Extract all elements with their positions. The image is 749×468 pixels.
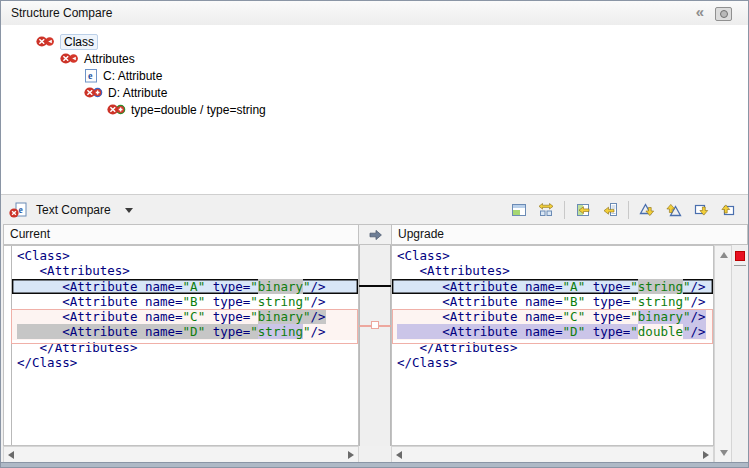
code-token: <Attribute name= — [17, 324, 183, 339]
selected-diff-connector — [359, 285, 391, 287]
tree-item-label: D: Attribute — [108, 86, 167, 100]
eattribute-icon: e — [84, 69, 98, 83]
right-vertical-scrollbar[interactable] — [714, 245, 732, 463]
collapse-all-icon[interactable]: « — [696, 3, 704, 20]
code-line: <Attributes> — [12, 263, 358, 278]
code-line: <Attribute name="A" type="string"/> — [392, 279, 713, 294]
previous-change-button[interactable] — [716, 198, 740, 222]
code-token: <Attributes> — [397, 263, 510, 278]
code-token: </Class> — [397, 355, 457, 370]
code-token: type= — [585, 324, 630, 339]
copy-all-right-to-left-icon — [575, 202, 591, 218]
scroll-down-icon[interactable] — [720, 450, 728, 456]
swap-left-right-icon — [538, 202, 554, 218]
view-menu-icon[interactable] — [715, 7, 732, 21]
next-difference-icon — [639, 202, 655, 218]
code-line: </Attributes> — [392, 340, 713, 355]
tree-item-class[interactable]: Class — [1, 33, 748, 50]
code-token: " — [683, 279, 691, 294]
text-compare-icon: e — [9, 202, 28, 219]
svg-text:e: e — [19, 205, 23, 215]
code-token: " — [250, 279, 258, 294]
tree-item-attributes[interactable]: Attributes — [1, 50, 748, 67]
scroll-left-icon[interactable] — [8, 451, 14, 459]
code-token: <Attribute name= — [17, 279, 183, 294]
scroll-right-icon[interactable] — [703, 451, 709, 459]
structure-compare-title: Structure Compare — [11, 6, 112, 20]
code-token: /> — [311, 324, 326, 339]
diff-marker[interactable] — [735, 251, 745, 261]
code-token: " — [630, 309, 638, 324]
text-compare-title-group[interactable]: e Text Compare — [1, 202, 133, 219]
text-compare-toolbar-buttons — [507, 198, 748, 222]
compare-viewer-layout-icon — [511, 202, 527, 218]
right-code-pane[interactable]: <Class> <Attributes> <Attribute name="A"… — [391, 245, 714, 446]
code-token: <Class> — [17, 248, 70, 263]
code-token: type= — [205, 279, 250, 294]
code-token: " — [630, 324, 638, 339]
toolbar-separator — [628, 201, 629, 219]
conflict-change-icon — [60, 52, 79, 65]
code-token: " — [303, 309, 311, 324]
compare-editor-window: Structure Compare « Class Attributes e C… — [0, 0, 749, 468]
text-compare-title: Text Compare — [36, 203, 111, 217]
code-token: <Attribute name= — [397, 294, 563, 309]
code-token: string — [638, 279, 683, 294]
code-token: type= — [585, 309, 630, 324]
tree-item-label: Attributes — [84, 52, 135, 66]
left-horizontal-scrollbar[interactable] — [3, 446, 359, 463]
code-token: /> — [691, 324, 706, 339]
structure-compare-tree: Class Attributes e C: Attribute D: Attri… — [1, 25, 748, 194]
code-token: " — [303, 279, 311, 294]
copy-all-right-to-left-button[interactable] — [571, 198, 595, 222]
left-code-pane[interactable]: <Class> <Attributes> <Attribute name="A"… — [3, 245, 359, 446]
ruler-divider — [734, 265, 746, 266]
overview-ruler[interactable] — [732, 245, 748, 463]
conflict-connector-handle[interactable] — [371, 321, 379, 329]
dropdown-arrow-icon[interactable] — [125, 208, 133, 213]
code-token: binary — [638, 309, 683, 324]
code-token: /> — [311, 279, 326, 294]
code-token: " — [683, 309, 691, 324]
tree-item-label: Class — [60, 34, 98, 50]
code-token: "B" — [563, 294, 586, 309]
scroll-right-icon[interactable] — [348, 451, 354, 459]
copy-change-right-to-left-icon — [602, 202, 618, 218]
swap-left-right-button[interactable] — [534, 198, 558, 222]
code-line: <Attribute name="B" type="string"/> — [392, 294, 713, 309]
tree-item-label: C: Attribute — [103, 69, 162, 83]
tree-item-type-change[interactable]: type=double / type=string — [1, 101, 748, 118]
center-header — [358, 224, 392, 245]
code-line: </Class> — [12, 355, 358, 370]
code-token: binary — [258, 279, 303, 294]
scroll-left-icon[interactable] — [396, 451, 402, 459]
code-token: <Attribute name= — [17, 309, 183, 324]
code-token: </Attributes> — [397, 340, 517, 355]
previous-difference-button[interactable] — [662, 198, 686, 222]
tree-item-label: type=double / type=string — [131, 103, 266, 117]
code-line: <Class> — [392, 248, 713, 263]
code-token: /> — [311, 309, 326, 324]
code-line: <Attribute name="A" type="binary"/> — [12, 279, 358, 294]
svg-text:e: e — [88, 70, 93, 81]
left-code-content: <Class> <Attributes> <Attribute name="A"… — [12, 248, 358, 445]
code-token: " — [303, 324, 311, 339]
tree-item-c-attribute[interactable]: e C: Attribute — [1, 67, 748, 84]
right-pane-title: Upgrade — [398, 227, 444, 241]
scroll-up-icon[interactable] — [720, 252, 728, 258]
code-line: <Attribute name="D" type="double"/> — [392, 324, 713, 339]
left-diff-margin — [4, 246, 12, 445]
tree-item-d-attribute[interactable]: D: Attribute — [1, 84, 748, 101]
code-line: <Attribute name="D" type="string"/> — [12, 324, 358, 339]
code-token: "D" — [183, 324, 206, 339]
code-line: <Class> — [12, 248, 358, 263]
next-change-button[interactable] — [689, 198, 713, 222]
compare-viewer-layout-button[interactable] — [507, 198, 531, 222]
right-horizontal-scrollbar[interactable] — [391, 446, 714, 463]
copy-change-right-to-left-button[interactable] — [598, 198, 622, 222]
left-pane-title: Current — [10, 227, 50, 241]
code-token: "string" — [250, 294, 310, 309]
code-line: </Class> — [392, 355, 713, 370]
code-token: type= — [205, 294, 250, 309]
next-difference-button[interactable] — [635, 198, 659, 222]
